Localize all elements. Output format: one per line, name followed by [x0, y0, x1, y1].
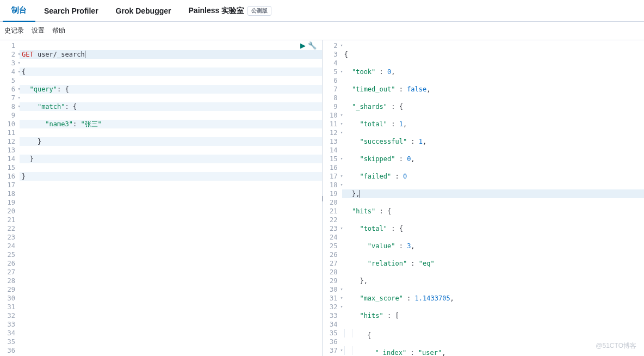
response-viewer[interactable]: { "took" : 0, "timed_out" : false, "_sha…: [342, 40, 645, 356]
help-link[interactable]: 帮助: [52, 26, 65, 35]
tab-search-profiler[interactable]: Search Profiler: [35, 0, 107, 22]
wrench-icon[interactable]: 🔧: [308, 41, 317, 50]
editor-panes: 1234567891011121314151617181920212223242…: [0, 40, 644, 356]
tab-console[interactable]: 制台: [3, 0, 35, 22]
request-actions: ▶ 🔧: [300, 41, 317, 50]
top-tabs: 制台 Search Profiler Grok Debugger Painles…: [0, 0, 644, 22]
settings-link[interactable]: 设置: [32, 26, 45, 35]
console-subbar: 史记录 设置 帮助: [0, 22, 644, 40]
request-path: user/_search: [38, 51, 85, 58]
request-gutter: 1234567891011121314151617181920212223242…: [0, 40, 20, 356]
response-pane: 2345678910111213141516171819202122232425…: [322, 40, 645, 356]
tab-painless-label: Painless 实验室: [189, 6, 245, 16]
request-pane: 1234567891011121314151617181920212223242…: [0, 40, 322, 356]
tab-grok-debugger[interactable]: Grok Debugger: [107, 0, 180, 22]
history-link[interactable]: 史记录: [4, 26, 24, 35]
response-gutter: 2345678910111213141516171819202122232425…: [323, 40, 342, 356]
beta-badge: 公测版: [247, 6, 271, 16]
watermark: @51CTO博客: [596, 341, 636, 351]
request-editor[interactable]: GET user/_search { "query": { "match": {…: [20, 40, 322, 356]
play-icon[interactable]: ▶: [300, 41, 306, 50]
tab-painless-lab[interactable]: Painless 实验室 公测版: [180, 0, 281, 22]
pane-resize-handle[interactable]: ||: [321, 195, 322, 201]
